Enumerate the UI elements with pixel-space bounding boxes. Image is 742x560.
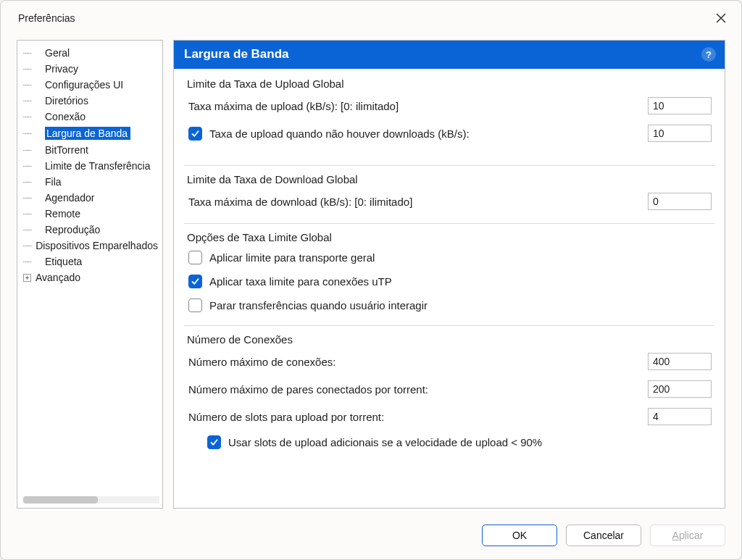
apply-utp-label: Aplicar taxa limite para conexões uTP: [209, 275, 392, 288]
apply-transport-checkbox[interactable]: [188, 251, 202, 264]
sidebar-item-agendador[interactable]: ┈┈Agendador: [22, 190, 161, 206]
upload-slots-input[interactable]: [648, 408, 712, 425]
sidebar-item-diretorios[interactable]: ┈┈Diretórios: [22, 93, 161, 109]
max-peers-label: Número máximo de pares conectados por to…: [188, 383, 648, 396]
alt-upload-input[interactable]: [648, 125, 712, 142]
preferences-dialog: Preferências ┈┈Geral ┈┈Privacy ┈┈Configu…: [0, 0, 742, 560]
apply-label-rest: plicar: [679, 530, 703, 541]
apply-transport-label: Aplicar limite para transporte geral: [209, 251, 375, 264]
group-title-connections: Número de Conexões: [187, 333, 712, 346]
extra-slots-checkbox[interactable]: [207, 435, 221, 449]
titlebar: Preferências: [1, 1, 741, 33]
sidebar-item-geral[interactable]: ┈┈Geral: [22, 45, 161, 61]
expand-icon[interactable]: +: [23, 274, 31, 282]
sidebar-item-limite-transferencia[interactable]: ┈┈Limite de Transferência: [22, 158, 161, 174]
apply-button: Aplicar: [650, 525, 725, 546]
group-title-download: Limite da Taxa de Download Global: [187, 173, 712, 185]
help-icon[interactable]: ?: [701, 47, 716, 62]
sidebar-h-scrollbar[interactable]: [23, 496, 159, 503]
stop-on-interact-label: Parar transferências quando usuário inte…: [209, 299, 428, 312]
row-upload-slots: Número de slots para upload por torrent:: [187, 408, 712, 425]
max-connections-label: Número máximo de conexões:: [188, 356, 648, 368]
max-upload-input[interactable]: [648, 97, 712, 114]
sidebar-item-reproducao[interactable]: ┈┈Reprodução: [22, 222, 161, 238]
group-rate-options: Opções de Taxa Limite Global Aplicar lim…: [184, 223, 714, 322]
max-download-input[interactable]: [648, 193, 712, 210]
max-upload-label: Taxa máxima de upload (kB/s): [0: ilimit…: [188, 100, 648, 112]
sidebar-item-privacy[interactable]: ┈┈Privacy: [22, 61, 161, 77]
row-stop-on-interact: Parar transferências quando usuário inte…: [187, 298, 712, 312]
sidebar-item-fila[interactable]: ┈┈Fila: [22, 174, 161, 190]
max-connections-input[interactable]: [648, 353, 712, 370]
row-apply-utp: Aplicar taxa limite para conexões uTP: [187, 275, 712, 288]
settings-tree: ┈┈Geral ┈┈Privacy ┈┈Configurações UI ┈┈D…: [22, 45, 161, 285]
stop-on-interact-checkbox[interactable]: [188, 298, 202, 312]
scrollbar-thumb[interactable]: [23, 496, 98, 503]
panel-header: Largura de Banda ?: [174, 41, 725, 69]
row-max-upload: Taxa máxima de upload (kB/s): [0: ilimit…: [187, 97, 712, 114]
sidebar-item-remote[interactable]: ┈┈Remote: [22, 206, 161, 222]
sidebar-item-bittorrent[interactable]: ┈┈BitTorrent: [22, 142, 161, 158]
close-button[interactable]: [714, 11, 728, 25]
panel-body: Limite da Taxa de Upload Global Taxa máx…: [174, 69, 725, 508]
alt-upload-label: Taxa de upload quando não houver downloa…: [209, 128, 470, 140]
max-download-label: Taxa máxima de download (kB/s): [0: ilim…: [188, 196, 648, 208]
sidebar-item-avancado[interactable]: +Avançado: [22, 269, 161, 285]
sidebar: ┈┈Geral ┈┈Privacy ┈┈Configurações UI ┈┈D…: [17, 40, 163, 509]
row-alt-upload: Taxa de upload quando não houver downloa…: [187, 125, 712, 142]
group-title-upload: Limite da Taxa de Upload Global: [187, 78, 712, 90]
group-download-limit: Limite da Taxa de Download Global Taxa m…: [184, 165, 714, 220]
extra-slots-label: Usar slots de upload adicionais se a vel…: [228, 436, 542, 448]
main-panel: Largura de Banda ? Limite da Taxa de Upl…: [173, 40, 725, 509]
sidebar-item-configuracoes-ui[interactable]: ┈┈Configurações UI: [22, 77, 161, 93]
sidebar-item-largura-de-banda[interactable]: ┈┈Largura de Banda: [22, 125, 161, 142]
alt-upload-checkbox[interactable]: [188, 127, 202, 141]
row-max-peers: Número máximo de pares conectados por to…: [187, 380, 712, 398]
row-max-download: Taxa máxima de download (kB/s): [0: ilim…: [187, 193, 712, 210]
group-upload-limit: Limite da Taxa de Upload Global Taxa máx…: [184, 76, 714, 162]
panel-title: Largura de Banda: [184, 47, 289, 62]
cancel-button[interactable]: Cancelar: [566, 525, 641, 546]
sidebar-item-etiqueta[interactable]: ┈┈Etiqueta: [22, 254, 161, 269]
dialog-title: Preferências: [18, 12, 75, 24]
apply-utp-checkbox[interactable]: [188, 275, 202, 288]
group-title-options: Opções de Taxa Limite Global: [187, 231, 712, 243]
sidebar-item-conexao[interactable]: ┈┈Conexão: [22, 109, 161, 125]
max-peers-input[interactable]: [648, 380, 712, 398]
dialog-footer: OK Cancelar Aplicar: [1, 516, 741, 559]
row-apply-transport: Aplicar limite para transporte geral: [187, 251, 712, 264]
sidebar-item-dispositivos-emparelhados[interactable]: ┈┈Dispositivos Emparelhados: [22, 238, 161, 254]
dialog-body: ┈┈Geral ┈┈Privacy ┈┈Configurações UI ┈┈D…: [1, 33, 741, 516]
upload-slots-label: Número de slots para upload por torrent:: [188, 411, 648, 423]
ok-button[interactable]: OK: [482, 525, 557, 546]
row-extra-slots: Usar slots de upload adicionais se a vel…: [187, 435, 712, 449]
group-connections: Número de Conexões Número máximo de cone…: [184, 325, 714, 459]
row-max-connections: Número máximo de conexões:: [187, 353, 712, 370]
